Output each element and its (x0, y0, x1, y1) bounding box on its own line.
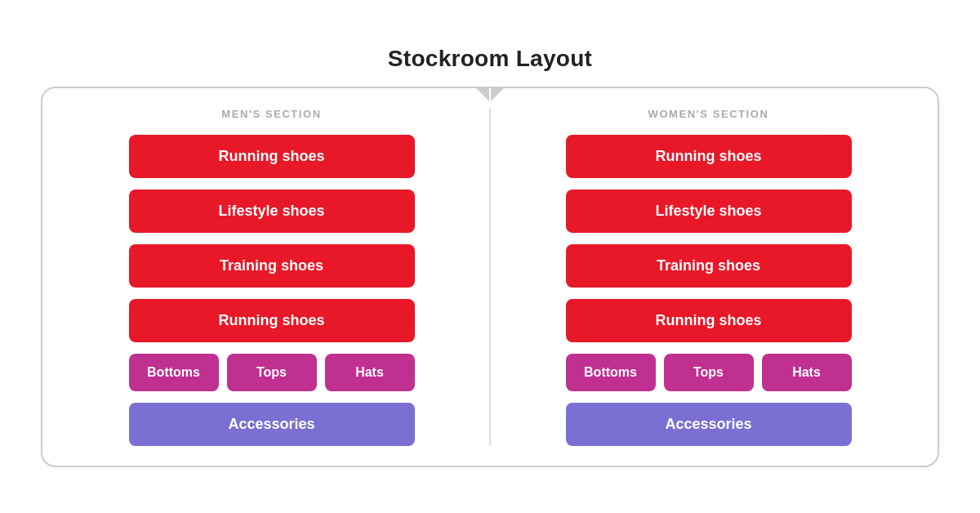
mens-lifestyle-shoes[interactable]: Lifestyle shoes (129, 190, 415, 233)
womens-bottoms[interactable]: Bottoms (566, 354, 656, 391)
womens-running-shoes-1[interactable]: Running shoes (566, 135, 852, 178)
page-title: Stockroom Layout (388, 46, 592, 72)
mens-hats[interactable]: Hats (325, 354, 415, 391)
main-container: MEN'S SECTION Running shoes Lifestyle sh… (41, 87, 939, 467)
mens-bottoms[interactable]: Bottoms (129, 354, 219, 391)
mens-running-shoes-1[interactable]: Running shoes (129, 135, 415, 178)
mens-apparel-row: Bottoms Tops Hats (129, 354, 415, 391)
womens-hats[interactable]: Hats (762, 354, 852, 391)
mens-training-shoes[interactable]: Training shoes (129, 244, 415, 288)
womens-apparel-row: Bottoms Tops Hats (566, 354, 852, 391)
womens-lifestyle-shoes[interactable]: Lifestyle shoes (566, 190, 852, 233)
womens-running-shoes-2[interactable]: Running shoes (566, 299, 852, 342)
womens-section: WOMEN'S SECTION Running shoes Lifestyle … (499, 108, 918, 446)
section-divider (489, 108, 491, 446)
mens-tops[interactable]: Tops (227, 354, 317, 391)
divider-arrow-left (474, 87, 489, 101)
divider-line (489, 108, 491, 446)
womens-tops[interactable]: Tops (664, 354, 754, 391)
mens-running-shoes-2[interactable]: Running shoes (129, 299, 415, 342)
divider-arrow-right (491, 87, 506, 101)
womens-training-shoes[interactable]: Training shoes (566, 244, 852, 288)
mens-section: MEN'S SECTION Running shoes Lifestyle sh… (62, 108, 481, 446)
page-wrapper: Stockroom Layout MEN'S SECTION Running s… (0, 0, 980, 513)
mens-section-label: MEN'S SECTION (221, 108, 321, 120)
mens-accessories[interactable]: Accessories (129, 403, 415, 446)
womens-section-label: WOMEN'S SECTION (648, 108, 769, 120)
womens-accessories[interactable]: Accessories (566, 403, 852, 446)
